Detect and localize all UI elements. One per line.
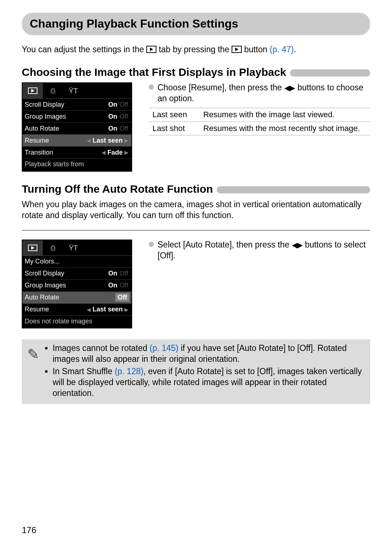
playback-icon [28,87,37,94]
tools-icon: ŸT [69,86,78,95]
lcd-row-label: My Colors... [25,257,129,266]
section1-heading-text: Choosing the Image that First Displays i… [22,66,286,79]
note-box: ✎ Images cannot be rotated (p. 145) if y… [22,339,370,404]
lcd-row: Auto RotateOnOff [23,292,131,304]
intro-text: You can adjust the settings in the tab b… [22,44,370,55]
playback-icon [28,245,37,251]
table-row: Last shotResumes with the most recently … [149,122,370,135]
heading-bar [217,186,370,193]
section2-heading-text: Turning Off the Auto Rotate Function [22,183,213,196]
lcd-row-label: Auto Rotate [25,293,105,302]
lcd-row: Auto RotateOnOff [23,123,131,135]
instruction-bullet: Choose [Resume], then press the ◀▶ butto… [149,82,370,104]
left-right-arrows-icon: ◀▶ [292,241,303,249]
playback-button-icon [232,46,242,53]
lcd-tab-print: ⎙ [43,83,63,98]
list-item: Images cannot be rotated (p. 145) if you… [53,343,365,365]
list-item: In Smart Shuffle (p. 128), even if [Auto… [53,366,365,399]
print-icon: ⎙ [51,86,55,95]
right-arrow-icon: ▶ [124,149,129,156]
lcd-row: Group ImagesOnOff [23,280,131,292]
page-title: Changing Playback Function Settings [22,13,370,35]
table-row: Last seenResumes with the image last vie… [149,108,370,122]
bullet-icon [149,85,154,90]
separator-rule [22,230,370,230]
lcd-row: My Colors... [23,256,131,268]
bullet-icon [149,242,154,247]
lcd-row-label: Scroll Display [25,269,107,278]
note-list: Images cannot be rotated (p. 145) if you… [45,343,365,400]
playback-tab-icon [146,46,156,53]
lcd-tab-playback [23,240,43,255]
lcd-row-label: Auto Rotate [25,124,107,133]
lcd-row-label: Scroll Display [25,101,107,109]
right-arrow-icon: ▶ [124,137,129,144]
left-arrow-icon: ◀ [86,306,91,313]
lcd-row: Resume◀Last seen▶ [23,304,131,316]
lcd-row-label: Resume [25,305,86,314]
right-arrow-icon: ▶ [124,306,129,313]
page-ref-link[interactable]: (p. 128) [115,367,143,376]
lcd-row: Resume◀Last seen▶ [23,135,131,147]
left-right-arrows-icon: ◀▶ [284,84,295,92]
lcd-tab-tools: ŸT [63,240,83,255]
lcd-row-label: Group Images [25,113,107,121]
lcd-tab-tools: ŸT [63,83,83,98]
lcd-tab-print: ⎙ [43,240,63,255]
lcd-row-label: Group Images [25,281,107,290]
lcd-row-label: Resume [25,136,86,145]
lcd-row-label: Transition [25,148,101,157]
camera-lcd-screenshot: ⎙ ŸT My Colors...Scroll DisplayOnOffGrou… [22,240,132,328]
lcd-status: Does not rotate images [23,316,131,328]
page-title-text: Changing Playback Function Settings [30,17,238,30]
heading-bar [290,69,370,77]
instruction-bullet: Select [Auto Rotate], then press the ◀▶ … [149,240,370,261]
left-arrow-icon: ◀ [101,149,106,156]
print-icon: ⎙ [51,243,55,253]
note-pencil-icon: ✎ [27,343,45,400]
section-heading: Turning Off the Auto Rotate Function [22,183,370,196]
lcd-status: Playback starts from [23,159,131,171]
lcd-row: Group ImagesOnOff [23,111,131,123]
tools-icon: ŸT [69,243,78,253]
page-ref-link[interactable]: (p. 145) [150,343,178,353]
lcd-row: Scroll DisplayOnOff [23,99,131,111]
camera-lcd-screenshot: ⎙ ŸT Scroll DisplayOnOffGroup ImagesOnOf… [22,82,132,171]
options-table: Last seenResumes with the image last vie… [149,108,370,135]
section2-para: When you play back images on the camera,… [22,199,370,221]
lcd-row: Transition◀Fade▶ [23,147,131,159]
lcd-row: Scroll DisplayOnOff [23,268,131,280]
lcd-tab-playback [23,83,43,98]
section-heading: Choosing the Image that First Displays i… [22,66,370,79]
page-number: 176 [22,524,36,536]
left-arrow-icon: ◀ [86,137,91,144]
page-ref-link[interactable]: (p. 47) [270,45,294,54]
